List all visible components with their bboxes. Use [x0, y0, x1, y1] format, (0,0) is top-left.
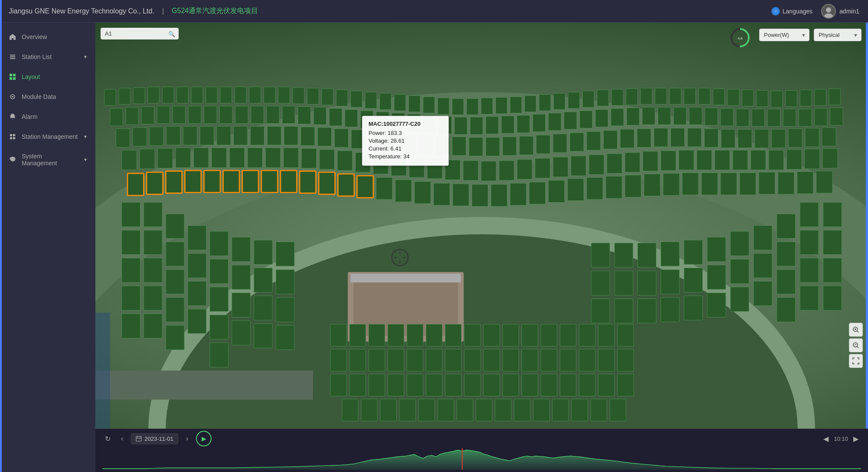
svg-rect-7: [10, 77, 12, 80]
svg-line-395: [857, 347, 858, 348]
sidebar-item-layout[interactable]: Layout: [0, 67, 95, 87]
popup-voltage-label: Voltage:: [369, 138, 389, 144]
station-management-arrow: ▾: [84, 134, 87, 140]
svg-point-10: [12, 96, 13, 98]
timeline-right: ◀ 10:10 ▶: [821, 434, 861, 444]
svg-rect-27: [95, 370, 313, 400]
popup-power-row: Power: 183.3: [369, 130, 442, 136]
timeline-bar: ↻ ‹ 2023-11-01 › ▶ ◀ 10:10 ▶: [95, 429, 868, 472]
timeline-forward-button[interactable]: ▶: [851, 434, 861, 444]
header: Jiangsu GNE New Energy Technology Co., L…: [0, 0, 868, 23]
svg-rect-28: [95, 313, 110, 429]
sidebar-item-station-list[interactable]: Station List ▾: [0, 47, 95, 67]
current-time-display: 10:10: [834, 436, 848, 442]
timeline-chart[interactable]: [102, 448, 861, 470]
username: admin1: [839, 8, 859, 15]
chart-area[interactable]: 0:00 2:00 4:00 6:00 8:00 10:00 12:00 14:…: [95, 448, 868, 472]
svg-line-391: [857, 331, 858, 332]
refresh-button[interactable]: ↻: [102, 434, 113, 444]
current-date: 2023-11-01: [144, 436, 173, 442]
right-side-indicator: [866, 23, 868, 429]
date-display: 2023-11-01: [131, 433, 178, 444]
svg-text:4.8: 4.8: [737, 36, 743, 40]
sidebar-item-module-data[interactable]: Module Data: [0, 87, 95, 107]
search-input[interactable]: [101, 28, 179, 39]
timeline-back-button[interactable]: ◀: [821, 434, 831, 444]
popup-temperature-label: Temperature:: [369, 153, 402, 160]
popup-mac: MAC:10027777-C20: [369, 121, 442, 127]
svg-rect-4: [10, 58, 15, 59]
user-avatar: [821, 4, 836, 19]
popup-voltage-row: Voltage: 28.61: [369, 138, 442, 144]
sidebar-label-station-management: Station Management: [22, 133, 78, 140]
user-area[interactable]: admin1: [821, 4, 859, 19]
popup-power-value: 183.3: [388, 130, 402, 136]
svg-point-1: [824, 13, 833, 18]
power-unit-dropdown-wrapper: Power(W) Energy(kWh) Voltage(V) Current(…: [759, 29, 809, 41]
power-unit-dropdown[interactable]: Power(W) Energy(kWh) Voltage(V) Current(…: [759, 29, 809, 41]
fullscreen-button[interactable]: [849, 354, 863, 368]
svg-rect-23: [353, 278, 458, 336]
languages-label: Languages: [783, 8, 813, 15]
svg-rect-397: [136, 436, 141, 441]
svg-rect-2: [10, 55, 15, 56]
popup-power-label: Power:: [369, 130, 386, 136]
popup-voltage-value: 28.61: [391, 138, 405, 144]
sidebar-label-overview: Overview: [22, 33, 47, 40]
station-list-arrow: ▾: [84, 54, 87, 60]
info-popup: MAC:10027777-C20 Power: 183.3 Voltage: 2…: [362, 116, 449, 166]
languages-button[interactable]: Languages: [771, 7, 813, 16]
zoom-out-button[interactable]: [849, 338, 863, 352]
sidebar: Overview Station List ▾ Layout: [0, 23, 95, 472]
list-icon: [9, 53, 16, 61]
view-mode-dropdown[interactable]: Physical Schematic: [814, 29, 861, 41]
sidebar-label-module-data: Module Data: [22, 93, 56, 100]
svg-rect-11: [10, 134, 12, 136]
sidebar-item-station-management[interactable]: Station Management ▾: [0, 127, 95, 147]
svg-rect-3: [10, 56, 15, 57]
svg-rect-12: [13, 134, 15, 136]
sidebar-item-alarm[interactable]: Alarm: [0, 107, 95, 127]
sidebar-item-overview[interactable]: Overview: [0, 27, 95, 47]
next-date-button[interactable]: ›: [183, 434, 191, 443]
home-icon: [9, 33, 16, 41]
svg-rect-24: [351, 274, 461, 282]
zoom-in-button[interactable]: [849, 323, 863, 337]
svg-rect-14: [13, 137, 15, 139]
module-icon: [9, 93, 16, 101]
search-container: 🔍: [101, 28, 179, 39]
svg-rect-6: [13, 74, 16, 76]
project-name: G524通常汽渡光伏发电项目: [172, 7, 258, 16]
map-dropdowns: Power(W) Energy(kWh) Voltage(V) Current(…: [759, 29, 861, 41]
company-name: Jiangsu GNE New Energy Technology Co., L…: [9, 7, 154, 15]
timeline-controls: ↻ ‹ 2023-11-01 › ▶ ◀ 10:10 ▶: [95, 429, 868, 448]
sidebar-label-station-list: Station List: [22, 53, 52, 60]
svg-point-0: [826, 7, 831, 13]
sidebar-label-alarm: Alarm: [22, 113, 38, 120]
svg-rect-5: [10, 74, 12, 76]
power-gauge: 4.8: [729, 27, 751, 49]
left-side-indicator: [0, 0, 2, 472]
map-container[interactable]: 🔍 4.8 Power(W) Energy(kWh) Voltage(V): [95, 23, 868, 429]
system-management-arrow: ▾: [84, 157, 87, 163]
zoom-controls: [849, 323, 863, 368]
header-right: Languages admin1: [771, 4, 859, 19]
popup-current-value: 6.41: [391, 145, 401, 152]
main-layout: Overview Station List ▾ Layout: [0, 23, 868, 472]
play-button[interactable]: ▶: [196, 431, 212, 446]
prev-date-button[interactable]: ‹: [118, 434, 126, 443]
popup-temperature-value: 34: [403, 153, 409, 160]
popup-temperature-row: Temperature: 34: [369, 153, 442, 160]
map-toolbar: 🔍: [101, 28, 179, 39]
popup-current-row: Current: 6.41: [369, 145, 442, 152]
system-mgmt-icon: [9, 156, 16, 164]
globe-icon: [771, 7, 780, 16]
station-mgmt-icon: [9, 133, 16, 141]
svg-rect-8: [13, 77, 16, 80]
sidebar-label-system-management: System Management: [22, 153, 79, 167]
alarm-icon: [9, 113, 16, 121]
header-separator: |: [162, 7, 164, 15]
sidebar-item-system-management[interactable]: System Management ▾: [0, 147, 95, 173]
layout-icon: [9, 73, 16, 81]
content-area: 🔍 4.8 Power(W) Energy(kWh) Voltage(V): [95, 23, 868, 472]
